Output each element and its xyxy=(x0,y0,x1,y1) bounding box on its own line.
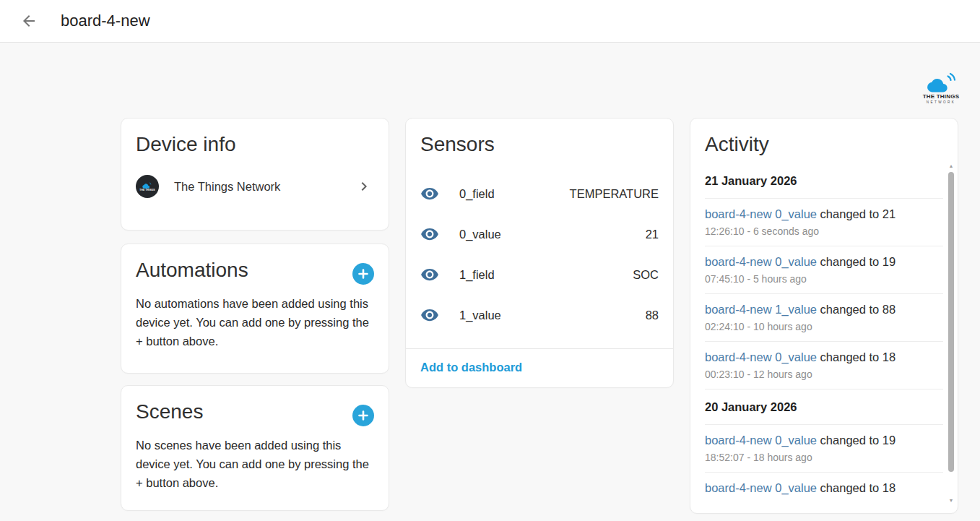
activity-entry[interactable]: board-4-new 0_value changed to 21 12:26:… xyxy=(705,198,943,246)
scrollbar-down-arrow[interactable]: ▼ xyxy=(948,498,955,503)
activity-date-header: 20 January 2026 xyxy=(705,389,943,424)
avatar-cloud-icon xyxy=(142,181,153,189)
page-title: board-4-new xyxy=(61,12,150,30)
activity-entry-link[interactable]: board-4-new 0_value xyxy=(705,481,817,494)
activity-entry-rest: changed to 18 xyxy=(817,481,896,494)
sensor-rows: 0_field TEMPERATURE 0_value 21 1_field S… xyxy=(420,173,659,335)
activity-entry-link[interactable]: board-4-new 0_value xyxy=(705,255,817,268)
chevron-right-icon xyxy=(355,178,373,195)
sensor-value: 88 xyxy=(646,309,659,322)
back-button[interactable] xyxy=(19,11,39,31)
activity-entry-link[interactable]: board-4-new 0_value xyxy=(705,350,817,363)
ttn-cloud-icon xyxy=(924,72,958,92)
device-app-label: The Things Network xyxy=(174,180,355,194)
divider xyxy=(406,348,673,349)
visibility-eye-icon[interactable] xyxy=(420,306,439,324)
ttn-avatar: THE THINGS xyxy=(136,175,159,198)
activity-entry-rest: changed to 88 xyxy=(817,303,896,316)
activity-entry-text: board-4-new 0_value changed to 19 xyxy=(705,432,943,448)
add-scene-button[interactable] xyxy=(352,405,374,426)
activity-card: Activity 21 January 2026 board-4-new 0_v… xyxy=(690,118,958,514)
scenes-empty-text: No scenes have been added using this dev… xyxy=(136,436,374,492)
automations-empty-text: No automations have been added using thi… xyxy=(136,294,374,350)
sensor-row: 1_field SOC xyxy=(420,254,659,295)
plus-icon xyxy=(357,410,369,421)
back-arrow-icon xyxy=(20,12,38,30)
top-bar: board-4-new xyxy=(0,0,980,43)
activity-entry[interactable]: board-4-new 1_value changed to 88 02:24:… xyxy=(705,293,943,341)
scenes-title: Scenes xyxy=(136,400,203,423)
activity-entry-link[interactable]: board-4-new 0_value xyxy=(705,207,817,220)
activity-entry-time: 07:45:10 - 5 hours ago xyxy=(705,273,943,285)
activity-scrollbar[interactable]: ▲ ▼ xyxy=(948,163,955,503)
device-info-card: Device info THE THINGS The Things Networ… xyxy=(121,118,389,231)
activity-title: Activity xyxy=(705,133,943,156)
activity-entry[interactable]: board-4-new 0_value changed to 19 07:45:… xyxy=(705,246,943,293)
sensor-name: 0_value xyxy=(459,228,501,241)
activity-entry[interactable]: board-4-new 0_value changed to 19 18:52:… xyxy=(705,424,943,472)
sensor-value: 21 xyxy=(646,228,659,241)
sensor-row: 1_value 88 xyxy=(420,295,659,335)
sensor-value: TEMPERATURE xyxy=(570,187,659,201)
device-app-row[interactable]: THE THINGS The Things Network xyxy=(136,175,374,198)
ttn-logo: THE THINGS NETWORK xyxy=(921,72,961,104)
visibility-eye-icon[interactable] xyxy=(420,265,439,284)
automations-card: Automations No automations have been add… xyxy=(121,244,389,374)
plus-icon xyxy=(357,268,369,280)
sensors-title: Sensors xyxy=(420,133,659,156)
activity-entry-rest: changed to 21 xyxy=(817,207,896,220)
sensor-name: 1_field xyxy=(459,268,495,282)
ttn-logo-line2: NETWORK xyxy=(921,100,961,104)
activity-entry-rest: changed to 18 xyxy=(817,350,896,363)
device-info-title: Device info xyxy=(136,133,374,156)
activity-entry-time: 18:52:07 - 18 hours ago xyxy=(705,452,943,463)
avatar-text: THE THINGS xyxy=(139,189,155,191)
visibility-eye-icon[interactable] xyxy=(420,184,439,203)
activity-date-header: 21 January 2026 xyxy=(705,163,943,198)
activity-entry[interactable]: board-4-new 0_value changed to 18 xyxy=(705,472,943,504)
scrollbar-up-arrow[interactable]: ▲ xyxy=(948,163,955,168)
add-to-dashboard-link[interactable]: Add to dashboard xyxy=(420,361,522,374)
add-automation-button[interactable] xyxy=(352,263,374,285)
automations-title: Automations xyxy=(136,259,248,282)
activity-entry-text: board-4-new 1_value changed to 88 xyxy=(705,301,943,317)
activity-entry-rest: changed to 19 xyxy=(817,255,896,268)
activity-entry-text: board-4-new 0_value changed to 18 xyxy=(705,349,943,365)
sensor-value: SOC xyxy=(633,268,659,282)
activity-entry-text: board-4-new 0_value changed to 21 xyxy=(705,206,943,222)
sensor-name: 0_field xyxy=(459,187,495,201)
activity-list: 21 January 2026 board-4-new 0_value chan… xyxy=(705,163,943,504)
activity-entry-link[interactable]: board-4-new 0_value xyxy=(705,434,817,447)
activity-entry-time: 00:23:10 - 12 hours ago xyxy=(705,369,943,380)
activity-entry-time: 02:24:10 - 10 hours ago xyxy=(705,321,943,332)
visibility-eye-icon[interactable] xyxy=(420,225,439,244)
activity-entry-link[interactable]: board-4-new 1_value xyxy=(705,303,817,316)
ttn-logo-line1: THE THINGS xyxy=(921,93,961,100)
activity-entry-time: 12:26:10 - 6 seconds ago xyxy=(705,225,943,237)
activity-entry-rest: changed to 19 xyxy=(817,434,896,447)
activity-entry-text: board-4-new 0_value changed to 18 xyxy=(705,480,943,496)
sensors-card: Sensors 0_field TEMPERATURE 0_value 21 1… xyxy=(405,118,674,388)
sensor-name: 1_value xyxy=(459,309,501,322)
scenes-card: Scenes No scenes have been added using t… xyxy=(121,385,389,511)
activity-entry[interactable]: board-4-new 0_value changed to 18 00:23:… xyxy=(705,341,943,389)
activity-entry-text: board-4-new 0_value changed to 19 xyxy=(705,254,943,270)
scrollbar-thumb[interactable] xyxy=(948,172,954,472)
sensor-row: 0_field TEMPERATURE xyxy=(420,173,659,214)
sensor-row: 0_value 21 xyxy=(420,214,659,254)
